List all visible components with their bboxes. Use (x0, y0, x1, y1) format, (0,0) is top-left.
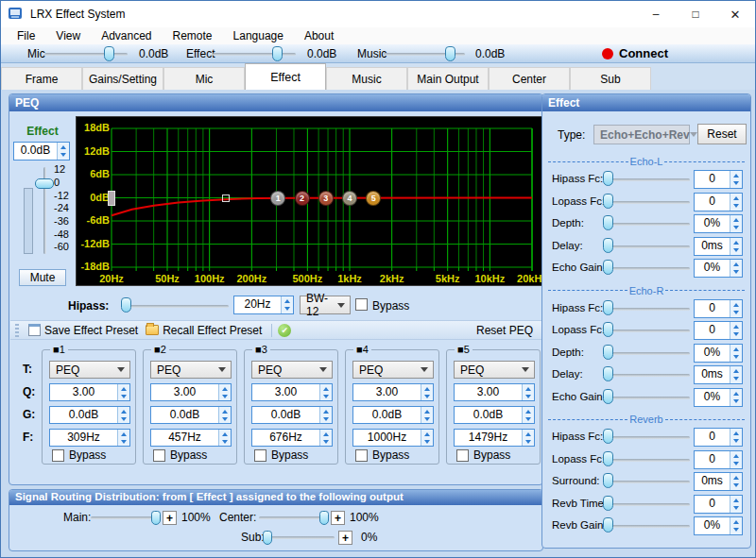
band-4-q-spinner[interactable]: 3.00 (352, 383, 434, 401)
band-3-type-dropdown[interactable]: PEQ (251, 361, 333, 379)
band-1-q-spinner[interactable]: 3.00 (49, 383, 130, 401)
band-2-gain-spinner[interactable]: 0.0dB (150, 406, 232, 424)
fx-param-slider-handle[interactable] (603, 473, 613, 488)
band-4-freq-spinner[interactable]: 1000Hz (352, 429, 434, 447)
menu-language[interactable]: Language (223, 29, 294, 42)
spinner-up-down-icons[interactable] (730, 366, 742, 383)
spinner-up-down-icons[interactable] (730, 473, 742, 490)
fx-param-slider-handle[interactable] (603, 429, 613, 444)
band-1-bypass-checkbox[interactable] (52, 449, 64, 462)
spinner-up-down-icons[interactable] (281, 296, 293, 313)
spinner-up-down-icons[interactable] (117, 430, 129, 446)
music-slider-handle[interactable] (445, 46, 455, 61)
fx-param-slider-track[interactable] (607, 330, 690, 332)
fx-param-spinner[interactable]: 0% (694, 516, 743, 535)
spinner-up-down-icons[interactable] (730, 345, 742, 362)
eq-point-1[interactable]: 1 (270, 191, 285, 206)
fx-param-slider-handle[interactable] (603, 300, 613, 315)
mic-slider-handle[interactable] (104, 46, 114, 61)
fx-param-slider-track[interactable] (607, 525, 690, 528)
band-5-bypass-checkbox[interactable] (456, 449, 469, 462)
spinner-up-down-icons[interactable] (218, 407, 231, 423)
minimize-button[interactable]: – (636, 1, 676, 27)
band-3-q-spinner[interactable]: 3.00 (251, 383, 333, 401)
fx-param-slider-track[interactable] (607, 223, 690, 226)
tab-music[interactable]: Music (326, 67, 407, 90)
eq-point-5[interactable]: 5 (366, 191, 381, 206)
spinner-up-down-icons[interactable] (730, 451, 742, 468)
mic-slider-track[interactable] (44, 53, 128, 56)
band-1-freq-spinner[interactable]: 309Hz (49, 429, 130, 447)
spinner-up-down-icons[interactable] (730, 194, 742, 211)
tab-center[interactable]: Center (489, 67, 570, 90)
fx-param-slider-handle[interactable] (603, 194, 613, 209)
fx-param-slider-track[interactable] (607, 459, 690, 462)
fx-param-spinner[interactable]: 0ms (694, 365, 743, 384)
fx-param-slider-track[interactable] (607, 245, 690, 248)
gain-fader-handle[interactable] (35, 178, 54, 189)
menu-view[interactable]: View (45, 29, 91, 42)
fx-param-spinner[interactable]: 0% (694, 259, 743, 278)
spinner-up-down-icons[interactable] (319, 430, 332, 446)
mute-button[interactable]: Mute (19, 269, 66, 286)
hipass-slider-track[interactable] (121, 305, 229, 308)
fx-param-slider-handle[interactable] (603, 389, 613, 404)
fx-param-slider-handle[interactable] (603, 366, 613, 381)
spinner-up-down-icons[interactable] (730, 429, 742, 446)
apply-check-icon[interactable]: ✔ (278, 324, 291, 337)
fx-param-slider-handle[interactable] (603, 238, 613, 253)
band-3-bypass-checkbox[interactable] (254, 449, 266, 462)
spinner-up-down-icons[interactable] (730, 389, 742, 406)
sub-routing-handle[interactable] (263, 531, 272, 545)
connect-button[interactable]: Connect (602, 46, 668, 60)
fx-param-slider-handle[interactable] (603, 215, 613, 230)
tab-gains-setting[interactable]: Gains/Setting (82, 67, 163, 90)
fx-param-slider-handle[interactable] (603, 260, 613, 275)
band-3-freq-spinner[interactable]: 676Hz (251, 429, 333, 447)
spinner-up-down-icons[interactable] (218, 430, 231, 446)
sub-routing-plus-button[interactable]: + (338, 531, 352, 545)
fx-param-slider-handle[interactable] (603, 322, 613, 337)
menu-advanced[interactable]: Advanced (91, 29, 162, 42)
menu-file[interactable]: File (7, 29, 45, 42)
fx-param-slider-track[interactable] (607, 352, 690, 355)
effect-slider-track[interactable] (213, 53, 296, 56)
close-button[interactable]: ✕ (715, 1, 755, 27)
band-5-gain-spinner[interactable]: 0.0dB (454, 406, 535, 424)
reset-peq-button[interactable]: Reset PEQ (476, 324, 533, 337)
main-routing-handle[interactable] (151, 511, 161, 525)
center-routing-track[interactable] (259, 516, 327, 519)
save-effect-preset-button[interactable]: Save Effect Preset (25, 321, 142, 339)
main-routing-track[interactable] (91, 516, 159, 519)
fx-param-spinner[interactable]: 0 (694, 428, 743, 447)
eq-square-marker[interactable] (222, 194, 230, 202)
fx-param-slider-handle[interactable] (603, 171, 613, 186)
spinner-up-down-icons[interactable] (319, 407, 332, 423)
center-routing-plus-button[interactable]: + (331, 511, 345, 525)
band-1-gain-spinner[interactable]: 0.0dB (49, 406, 130, 424)
fx-param-slider-handle[interactable] (603, 345, 613, 360)
spinner-up-down-icons[interactable] (522, 430, 534, 446)
spinner-up-down-icons[interactable] (730, 300, 742, 317)
fx-param-slider-handle[interactable] (603, 517, 613, 533)
center-routing-handle[interactable] (319, 511, 329, 525)
fx-param-spinner[interactable]: 0 (694, 321, 743, 340)
band-5-q-spinner[interactable]: 3.00 (454, 383, 535, 401)
band-2-freq-spinner[interactable]: 457Hz (150, 429, 232, 447)
maximize-button[interactable]: □ (676, 1, 715, 27)
effect-reset-button[interactable]: Reset (697, 124, 747, 144)
spinner-up-down-icons[interactable] (730, 260, 742, 277)
band-2-bypass-checkbox[interactable] (153, 449, 165, 462)
band-3-gain-spinner[interactable]: 0.0dB (251, 406, 333, 424)
recall-effect-preset-button[interactable]: Recall Effect Preset (142, 321, 266, 339)
fx-param-slider-track[interactable] (607, 201, 690, 204)
fx-param-spinner[interactable]: 0% (694, 388, 743, 407)
spinner-up-down-icons[interactable] (117, 384, 129, 400)
spinner-up-down-icons[interactable] (730, 171, 742, 188)
spinner-up-down-icons[interactable] (218, 384, 231, 400)
main-routing-plus-button[interactable]: + (163, 511, 177, 525)
spinner-up-down-icons[interactable] (730, 322, 742, 339)
fx-param-spinner[interactable]: 0 (694, 170, 743, 189)
tab-sub[interactable]: Sub (570, 67, 651, 90)
band-5-type-dropdown[interactable]: PEQ (454, 361, 535, 379)
